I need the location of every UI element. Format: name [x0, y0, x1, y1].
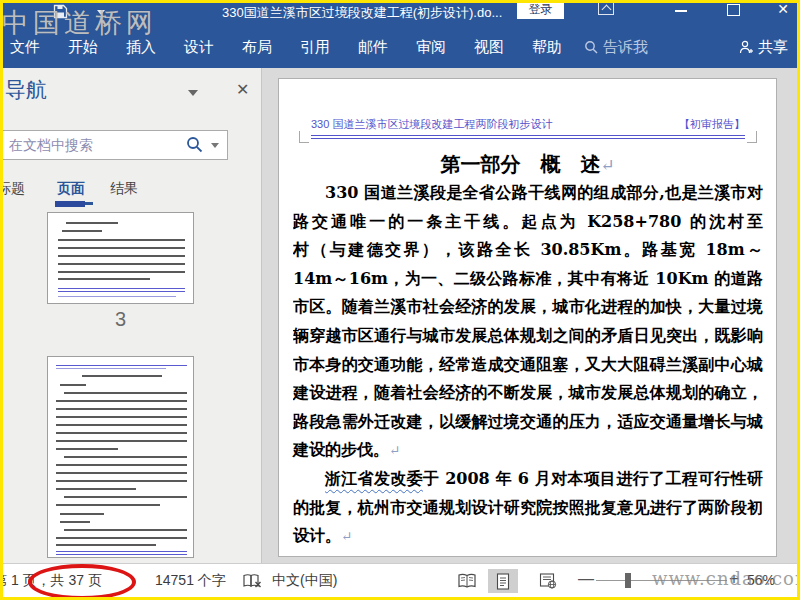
web-layout-button[interactable] [533, 569, 563, 593]
body-line: 14m～16m，为一、二级公路标准，其中有将近 10Km 的道路穿越兰溪 [293, 265, 763, 294]
page-header-left: 330 国道兰溪市区过境段改建工程两阶段初步设计 [311, 117, 552, 132]
ribbon-tab-review[interactable]: 审阅 [416, 38, 446, 57]
window-title: 330国道兰溪市区过境段改建工程(初步设计).do... [222, 4, 502, 22]
search-magnifier-icon[interactable] [186, 136, 203, 157]
page-2-thumbnail-fragment [55, 201, 85, 207]
margin-mark-right [747, 131, 757, 143]
tell-me-box[interactable]: 告诉我 [584, 38, 648, 57]
document-search-box [2, 130, 228, 160]
watermark-bottom-right: www.cndao.com [652, 568, 800, 589]
ribbon-display-options-icon[interactable] [598, 2, 614, 15]
share-button[interactable]: 共享 [739, 38, 788, 57]
nav-tab-pages[interactable]: 页面 [57, 180, 85, 198]
body-line: 辆穿越市区通行与城市发展总体规划之间的矛盾日见突出，既影响城 [293, 322, 763, 351]
zoom-slider-handle[interactable] [625, 573, 631, 588]
header-double-rule [311, 135, 745, 139]
navigation-pane-dropdown-icon[interactable] [188, 90, 198, 96]
body-line: 路段急需外迁改建，以缓解过境交通的压力，适应交通量增长与城市 [293, 408, 763, 437]
navigation-pane-close-icon[interactable]: ✕ [236, 80, 249, 99]
body-line: 浙江省发改委于 2008 年 6 月对本项目进行了工程可行性研究报告 [293, 465, 763, 494]
paragraph-mark: ↵ [341, 528, 352, 544]
nav-tab-results[interactable]: 结果 [110, 180, 138, 198]
share-label: 共享 [758, 38, 788, 57]
body-line: 路交通唯一的一条主干线。起点为 K258+780 的沈村至 K289+630 的… [293, 208, 763, 237]
page-header: 330 国道兰溪市区过境段改建工程两阶段初步设计 【初审报告】 [311, 117, 745, 132]
maximize-button[interactable] [716, 0, 750, 20]
page-4-thumbnail[interactable] [47, 356, 194, 558]
nav-tab-headings[interactable]: 标题 [0, 180, 25, 198]
close-button[interactable]: ✕ [768, 0, 798, 20]
read-mode-button[interactable] [452, 569, 482, 593]
search-icon [584, 40, 598, 54]
page-3-thumbnail[interactable] [47, 212, 194, 304]
document-area: 330 国道兰溪市区过境段改建工程两阶段初步设计 【初审报告】 第一部分 概 述… [262, 68, 800, 563]
navigation-pane-title: 导航 [5, 76, 47, 104]
body-line: 330 国道兰溪段是全省公路干线网的组成部分,也是兰溪市对外公 [293, 179, 763, 208]
margin-mark-left [299, 131, 309, 143]
ribbon-tab-help[interactable]: 帮助 [532, 38, 562, 57]
print-layout-button[interactable] [488, 569, 518, 593]
grammar-wavy-underline: 浙江省发改委 [325, 469, 423, 488]
web-layout-icon [539, 573, 557, 589]
ribbon-tab-design[interactable]: 设计 [184, 38, 214, 57]
search-options-dropdown-icon[interactable] [211, 143, 219, 148]
watermark-top-left: 中国道桥网 [2, 5, 157, 41]
body-line: 设计。↵ [293, 522, 763, 551]
document-page[interactable]: 330 国道兰溪市区过境段改建工程两阶段初步设计 【初审报告】 第一部分 概 述… [278, 78, 777, 557]
ribbon-tab-mailings[interactable]: 邮件 [358, 38, 388, 57]
minimize-button[interactable] [664, 0, 698, 20]
body-line: 的批复，杭州市交通规划设计研究院按照批复意见进行了两阶段初步 [293, 494, 763, 523]
body-line: 建设的步伐。↵ [293, 436, 763, 465]
word-count-indicator[interactable]: 14751 个字 [155, 572, 226, 590]
tell-me-label: 告诉我 [603, 38, 648, 57]
person-add-icon [739, 40, 754, 54]
search-input[interactable] [9, 134, 184, 156]
page-3-label: 3 [47, 308, 194, 331]
body-text: 330 国道兰溪段是全省公路干线网的组成部分,也是兰溪市对外公 路交通唯一的一条… [293, 179, 763, 551]
navigation-tabs: 标题 页面 结果 [0, 176, 262, 206]
ribbon-tab-layout[interactable]: 布局 [242, 38, 272, 57]
body-line: 村（与建德交界），该路全长 30.85Km。路基宽 18m～24.5m、路面宽 [293, 236, 763, 265]
read-mode-icon [457, 573, 477, 589]
body-line: 市区。随着兰溪市社会经济的发展，城市化进程的加快，大量过境车 [293, 293, 763, 322]
page-header-right: 【初审报告】 [679, 117, 745, 132]
login-button[interactable]: 登录 [517, 0, 564, 19]
zoom-out-button[interactable]: — [578, 572, 592, 588]
paragraph-mark: ↵ [600, 155, 614, 175]
body-line: 建设进程，随着社会经济的不断发展，城市发展总体规划的确立，该 [293, 379, 763, 408]
language-indicator[interactable]: 中文(中国) [272, 572, 337, 590]
annotation-red-ellipse [28, 564, 136, 600]
body-line: 市本身的交通功能，经常造成交通阻塞，又大大阻碍兰溪副中心城市 [293, 351, 763, 380]
proofing-errors-icon[interactable] [243, 573, 262, 592]
ribbon-tab-view[interactable]: 视图 [474, 38, 504, 57]
paragraph-mark: ↵ [389, 442, 400, 458]
ribbon-tab-references[interactable]: 引用 [300, 38, 330, 57]
navigation-pane: 导航 ✕ 标题 页面 结果 3 [0, 68, 262, 563]
print-layout-icon [495, 573, 511, 590]
section-heading: 第一部分 概 述↵ [279, 151, 776, 178]
